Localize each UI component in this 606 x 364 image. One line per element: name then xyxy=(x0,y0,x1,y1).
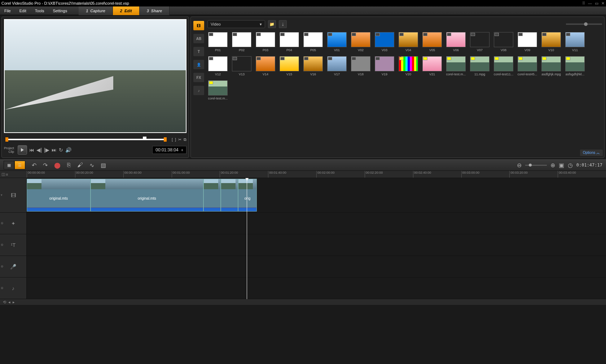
library-item[interactable]: V21 xyxy=(422,56,443,76)
library-item[interactable]: V11 xyxy=(565,32,585,52)
thumbnail-size-slider[interactable] xyxy=(566,23,602,25)
timeline-scrollbar[interactable]: ⟲ ◂ ▸ xyxy=(0,299,606,305)
go-end-icon[interactable]: ⏭ xyxy=(52,147,57,153)
title-track-head[interactable]: ⊕¹T xyxy=(0,234,26,256)
library-item[interactable]: V08 xyxy=(493,32,514,52)
next-frame-icon[interactable]: ǀ▶ xyxy=(44,147,49,153)
add-chapter-icon[interactable]: ◫ xyxy=(1,172,5,177)
library-item[interactable]: V09 xyxy=(517,32,538,52)
library-item[interactable]: V20 xyxy=(398,56,419,76)
lib-tab-audio[interactable]: ♪ xyxy=(193,85,205,96)
minimize-icon[interactable]: — xyxy=(588,1,592,6)
trim-position-marker[interactable] xyxy=(143,137,146,140)
auto-scroll-icon[interactable]: ⟲ xyxy=(3,300,6,305)
voice-track-lane[interactable] xyxy=(27,256,606,278)
lib-tab-graphic[interactable]: 👤 xyxy=(193,59,205,70)
mark-in-icon[interactable]: [ xyxy=(172,137,173,142)
undo-icon[interactable]: ↶ xyxy=(32,162,36,169)
step-share[interactable]: 3 Share xyxy=(140,6,170,15)
music-track-head[interactable]: ⊕♪ xyxy=(0,278,26,299)
redo-icon[interactable]: ↷ xyxy=(43,162,48,169)
mode-project-label[interactable]: Project xyxy=(4,146,14,150)
library-item[interactable]: V02 xyxy=(350,32,371,52)
zoom-in-icon[interactable]: ⊕ xyxy=(550,162,555,169)
library-item[interactable]: P05 xyxy=(303,32,324,52)
close-icon[interactable]: ✕ xyxy=(601,1,605,6)
library-item[interactable]: V13 xyxy=(231,56,252,76)
timeline-clip[interactable] xyxy=(203,179,221,212)
library-item[interactable]: 11.mpg xyxy=(469,56,490,76)
storyboard-view-button[interactable]: ▦ xyxy=(4,161,14,169)
timeline-playhead[interactable] xyxy=(247,178,247,299)
scroll-left-icon[interactable]: ◂ xyxy=(8,300,10,305)
library-item[interactable]: P04 xyxy=(279,32,300,52)
timeline-clip[interactable] xyxy=(221,179,238,212)
menu-settings[interactable]: Settings xyxy=(48,9,71,13)
library-item[interactable]: V16 xyxy=(303,56,324,76)
timeline-ruler[interactable]: 00:00:00:0000:00:20:0000:00:40:0000:01:0… xyxy=(27,171,606,178)
library-item[interactable]: V14 xyxy=(255,56,276,76)
menu-file[interactable]: File xyxy=(0,9,15,13)
library-item[interactable]: V15 xyxy=(279,56,300,76)
music-track-lane[interactable] xyxy=(27,278,606,299)
preview-screen[interactable] xyxy=(4,19,186,133)
library-item[interactable]: V18 xyxy=(350,56,371,76)
library-item[interactable]: corel-test.m... xyxy=(207,80,228,100)
library-item[interactable]: corel-test45... xyxy=(517,56,538,76)
go-start-icon[interactable]: ⏮ xyxy=(29,147,34,153)
trim-bar[interactable] xyxy=(7,139,165,140)
lib-tab-filter[interactable]: FX xyxy=(193,72,205,83)
library-item[interactable]: corel-test11... xyxy=(493,56,514,76)
project-duration-icon[interactable]: ◷ xyxy=(568,162,573,169)
overlay-track-lane[interactable] xyxy=(27,213,606,234)
library-item[interactable]: V19 xyxy=(374,56,395,76)
library-item[interactable]: corel-test.m... xyxy=(445,56,466,76)
preview-timecode[interactable]: 00:01:38:04 ♦ xyxy=(152,146,186,154)
split-icon[interactable]: ✂ xyxy=(178,137,181,142)
fit-project-icon[interactable]: ▣ xyxy=(559,162,564,169)
trim-in-handle[interactable] xyxy=(5,137,8,142)
lib-tab-media[interactable]: 🎞 xyxy=(193,21,205,31)
snapshot-icon[interactable]: ⧉ xyxy=(184,137,186,142)
import-icon[interactable]: ⭳ xyxy=(279,20,287,28)
play-button[interactable] xyxy=(18,145,27,155)
timeline-clip[interactable]: original.mts xyxy=(91,179,203,212)
painting-creator-icon[interactable]: 🖌 xyxy=(77,162,83,168)
trim-out-handle[interactable] xyxy=(164,137,167,142)
library-item[interactable]: P03 xyxy=(255,32,276,52)
maximize-icon[interactable]: ▭ xyxy=(595,1,598,6)
library-item[interactable]: V17 xyxy=(326,56,347,76)
library-category-dropdown[interactable]: Video▾ xyxy=(207,20,265,28)
library-item[interactable]: P01 xyxy=(207,32,228,52)
library-item[interactable]: V04 xyxy=(398,32,419,52)
video-track-lane[interactable]: original.mtsoriginal.mtsorig xyxy=(27,178,606,213)
library-item[interactable]: V01 xyxy=(326,32,347,52)
mark-out-icon[interactable]: ] xyxy=(175,137,176,142)
timeline-view-button[interactable]: ☰ xyxy=(14,161,25,169)
record-icon[interactable]: ⬤ xyxy=(54,162,61,169)
volume-icon[interactable]: 🔊 xyxy=(65,147,71,153)
overlay-track-head[interactable]: ⊕✦ xyxy=(0,213,26,234)
zoom-out-icon[interactable]: ⊖ xyxy=(517,162,522,169)
library-item[interactable]: V05 xyxy=(422,32,443,52)
lib-tab-title[interactable]: T xyxy=(193,46,205,57)
lib-tab-transition[interactable]: AB xyxy=(193,34,205,44)
library-item[interactable]: V07 xyxy=(469,32,490,52)
mode-clip-label[interactable]: Clip xyxy=(4,150,14,154)
repeat-icon[interactable]: ↻ xyxy=(59,147,63,153)
step-edit[interactable]: 2 Edit xyxy=(113,6,140,15)
instant-project-icon[interactable]: ▧ xyxy=(101,162,106,169)
batch-convert-icon[interactable]: ⎘ xyxy=(67,162,71,168)
library-item[interactable]: asfsgdhjhkl... xyxy=(565,56,585,76)
library-item[interactable]: V12 xyxy=(207,56,228,76)
scroll-right-icon[interactable]: ▸ xyxy=(13,300,15,305)
timeline-clip[interactable]: orig xyxy=(238,179,256,212)
options-button[interactable]: Options ︽ xyxy=(580,150,603,156)
step-capture[interactable]: 1 Capture xyxy=(79,6,113,15)
library-item[interactable]: V06 xyxy=(445,32,466,52)
grip-icon[interactable]: ⠿ xyxy=(582,1,585,6)
timeline-clip[interactable]: original.mts xyxy=(27,179,91,212)
library-item[interactable]: V10 xyxy=(541,32,562,52)
toggle-list-icon[interactable]: ≡ xyxy=(6,172,8,177)
add-folder-icon[interactable]: 📁 xyxy=(268,20,276,28)
